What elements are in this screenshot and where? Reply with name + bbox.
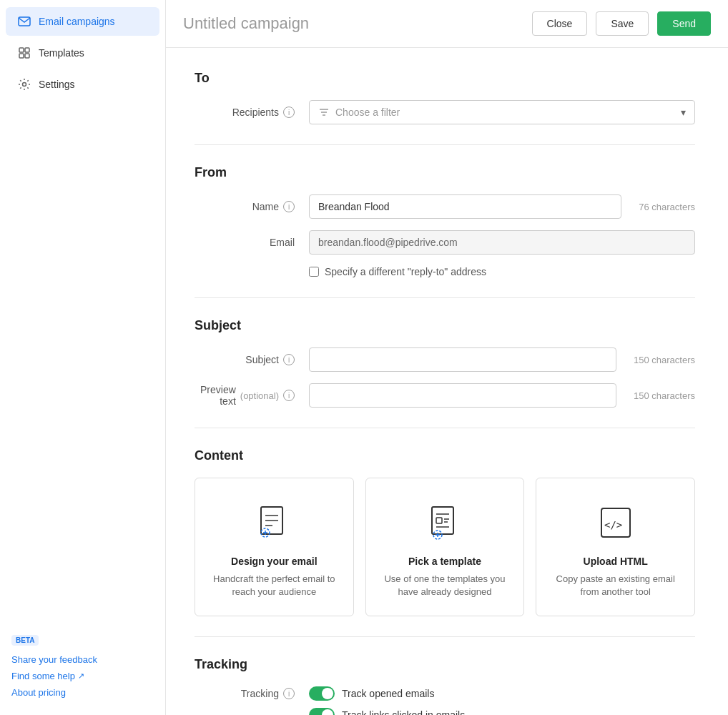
preview-text-label: Preview text (optional) i — [195, 384, 309, 407]
settings-icon — [17, 77, 31, 92]
tracking-label-container: Tracking i — [195, 686, 309, 699]
templates-icon — [17, 46, 31, 60]
sidebar-item-templates[interactable]: Templates — [6, 39, 159, 67]
about-pricing-link[interactable]: About pricing — [11, 687, 154, 698]
track-links-toggle[interactable] — [309, 708, 335, 715]
send-button[interactable]: Send — [657, 11, 711, 36]
svg-point-5 — [23, 83, 26, 87]
sidebar: Email campaigns Templates Settings BETA … — [0, 0, 166, 715]
sidebar-label-templates: Templates — [39, 47, 84, 59]
email-label: Email — [195, 237, 309, 248]
track-opened-label: Track opened emails — [342, 688, 434, 699]
subject-section-title: Subject — [195, 318, 695, 333]
reply-to-row: Specify a different "reply-to" address — [309, 266, 695, 277]
preview-input-container: 150 characters — [309, 383, 695, 408]
svg-text:</>: </> — [604, 519, 622, 531]
tracking-row: Tracking i Track opened emails Tr — [195, 686, 695, 715]
save-button[interactable]: Save — [596, 11, 649, 36]
svg-rect-16 — [432, 507, 453, 534]
pick-template-card[interactable]: Pick a template Use of one the templates… — [365, 478, 525, 616]
name-label: Name i — [195, 201, 309, 212]
to-section-title: To — [195, 71, 695, 86]
sidebar-item-email-campaigns[interactable]: Email campaigns — [6, 7, 159, 36]
subject-row: Subject i 150 characters — [195, 347, 695, 372]
svg-rect-1 — [19, 48, 24, 52]
svg-rect-4 — [25, 54, 29, 58]
svg-rect-0 — [19, 17, 30, 26]
toggle-knob-2 — [322, 709, 333, 715]
from-section: From Name i 76 characters Email — [195, 165, 695, 277]
close-button[interactable]: Close — [532, 11, 588, 36]
filter-icon — [318, 107, 330, 118]
dropdown-arrow-icon: ▾ — [681, 107, 686, 118]
recipients-row: Recipients i Choose a filter ▾ — [195, 100, 695, 124]
pick-template-card-title: Pick a template — [408, 556, 481, 567]
divider-content-tracking — [195, 636, 695, 637]
to-section: To Recipients i Choose a filter ▾ — [195, 71, 695, 124]
sidebar-label-settings: Settings — [39, 79, 75, 90]
subject-input[interactable] — [309, 347, 616, 372]
toggle-opened-row: Track opened emails — [309, 686, 695, 701]
tracking-info-icon[interactable]: i — [283, 688, 295, 699]
find-help-link[interactable]: Find some help ↗ — [11, 671, 154, 681]
main-header: Untitled campaign Close Save Send — [166, 0, 728, 48]
design-email-icon — [252, 501, 295, 544]
email-input-container — [309, 230, 695, 255]
pick-template-icon — [423, 501, 466, 544]
divider-from-subject — [195, 297, 695, 298]
main-content: Untitled campaign Close Save Send To Rec… — [166, 0, 728, 715]
toggle-links-row: Track links clicked in emails — [309, 708, 695, 715]
divider-subject-content — [195, 428, 695, 428]
svg-rect-2 — [25, 48, 29, 52]
email-icon — [17, 14, 31, 29]
track-links-label: Track links clicked in emails — [342, 709, 465, 715]
tracking-section: Tracking Tracking i Track opened emails — [195, 657, 695, 715]
external-link-icon: ↗ — [78, 671, 84, 681]
sidebar-label-email-campaigns: Email campaigns — [39, 16, 115, 27]
upload-html-icon: </> — [594, 501, 637, 544]
subject-label: Subject i — [195, 354, 309, 365]
content-cards: Design your email Handcraft the perfect … — [195, 478, 695, 616]
email-input[interactable] — [309, 230, 695, 255]
beta-badge: BETA — [11, 635, 39, 646]
preview-info-icon[interactable]: i — [283, 390, 295, 401]
reply-to-checkbox[interactable] — [309, 267, 319, 277]
reply-to-label: Specify a different "reply-to" address — [325, 266, 486, 277]
preview-input[interactable] — [309, 383, 616, 408]
name-row: Name i 76 characters — [195, 194, 695, 219]
sidebar-bottom: BETA Share your feedback Find some help … — [0, 622, 165, 715]
upload-html-card-title: Upload HTML — [584, 556, 648, 567]
from-section-title: From — [195, 165, 695, 180]
sidebar-item-settings[interactable]: Settings — [6, 70, 159, 99]
campaign-title: Untitled campaign — [183, 14, 523, 33]
upload-html-card-desc: Copy paste an existing email from anothe… — [551, 573, 680, 598]
name-input-container: 76 characters — [309, 194, 695, 219]
subject-info-icon[interactable]: i — [283, 354, 295, 365]
tracking-toggles: Track opened emails Track links clicked … — [309, 686, 695, 715]
subject-input-container: 150 characters — [309, 347, 695, 372]
name-input[interactable] — [309, 194, 621, 219]
recipients-info-icon[interactable]: i — [283, 107, 295, 118]
preview-char-count: 150 characters — [634, 390, 695, 401]
divider-to-from — [195, 144, 695, 145]
recipients-label: Recipients i — [195, 107, 309, 118]
form-area: To Recipients i Choose a filter ▾ — [166, 48, 724, 715]
track-opened-toggle[interactable] — [309, 686, 335, 701]
upload-html-card[interactable]: </> Upload HTML Copy paste an existing e… — [536, 478, 695, 616]
name-info-icon[interactable]: i — [283, 201, 295, 212]
name-char-count: 76 characters — [639, 202, 695, 212]
svg-rect-18 — [436, 518, 442, 523]
email-row: Email — [195, 230, 695, 255]
preview-optional-label: (optional) — [240, 390, 279, 401]
tracking-section-title: Tracking — [195, 657, 695, 672]
design-email-card-desc: Handcraft the perfect email to reach you… — [210, 573, 339, 598]
design-email-card-title: Design your email — [231, 556, 318, 567]
preview-text-row: Preview text (optional) i 150 characters — [195, 383, 695, 408]
subject-section: Subject Subject i 150 characters Preview… — [195, 318, 695, 408]
toggle-knob — [322, 688, 333, 699]
content-section: Content Design your email Handcraft the … — [195, 448, 695, 616]
design-email-card[interactable]: Design your email Handcraft the perfect … — [195, 478, 354, 616]
share-feedback-link[interactable]: Share your feedback — [11, 654, 154, 665]
filter-select[interactable]: Choose a filter ▾ — [309, 100, 695, 124]
content-section-title: Content — [195, 448, 695, 463]
